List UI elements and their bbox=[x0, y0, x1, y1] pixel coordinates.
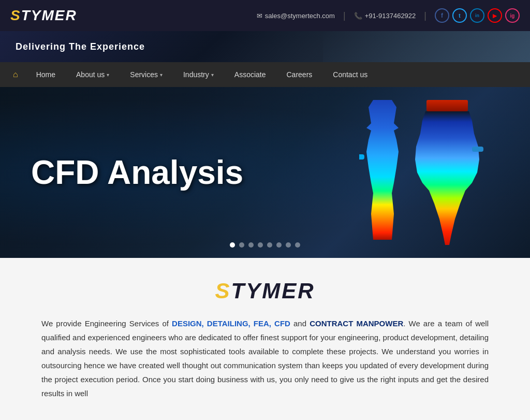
svg-rect-2 bbox=[472, 147, 483, 152]
facebook-icon[interactable]: f bbox=[435, 8, 449, 23]
services-arrow-icon: ▾ bbox=[160, 72, 163, 78]
email-contact[interactable]: ✉ sales@stymertech.com bbox=[257, 12, 335, 20]
linkedin-icon[interactable]: in bbox=[470, 8, 484, 23]
brand-logo-large: STYMER bbox=[41, 279, 489, 303]
divider2: | bbox=[424, 10, 426, 21]
nav-label-services: Services bbox=[130, 70, 158, 79]
hero-section: CFD Analysis bbox=[0, 87, 530, 258]
instagram-icon[interactable]: ig bbox=[505, 8, 520, 23]
nav-label-home: Home bbox=[36, 70, 55, 79]
twitter-icon[interactable]: t bbox=[452, 8, 467, 23]
hero-title: CFD Analysis bbox=[31, 154, 530, 191]
dot-6[interactable] bbox=[276, 242, 282, 248]
phone-number: +91-9137462922 bbox=[365, 12, 416, 20]
logo[interactable]: STYMER bbox=[10, 7, 77, 24]
dot-2[interactable] bbox=[239, 242, 244, 248]
banner-tagline: Delivering The Experience bbox=[16, 41, 145, 52]
desc-contract: CONTRACT MANPOWER bbox=[310, 319, 403, 328]
nav-item-careers[interactable]: Careers bbox=[276, 62, 323, 87]
desc-body: . We are a team of well qualified and ex… bbox=[41, 319, 489, 398]
phone-contact[interactable]: 📞 +91-9137462922 bbox=[354, 12, 416, 20]
brand-logo-s: S bbox=[215, 279, 231, 303]
dot-1[interactable] bbox=[230, 242, 235, 248]
banner-strip: Delivering The Experience bbox=[0, 31, 530, 62]
nav-label-associate: Associate bbox=[234, 70, 266, 79]
desc-services: DESIGN, DETAILING, FEA, CFD bbox=[172, 319, 290, 328]
email-address: sales@stymertech.com bbox=[265, 12, 335, 20]
nav-item-industry[interactable]: Industry ▾ bbox=[173, 62, 224, 87]
dot-7[interactable] bbox=[286, 242, 291, 248]
mail-icon: ✉ bbox=[257, 12, 262, 20]
logo-text: STYMER bbox=[10, 7, 77, 24]
phone-icon: 📞 bbox=[354, 12, 362, 20]
nav-label-industry: Industry bbox=[183, 70, 209, 79]
description-text: We provide Engineering Services of DESIG… bbox=[41, 316, 489, 400]
dot-8[interactable] bbox=[295, 242, 300, 248]
navbar: ⌂ Home About us ▾ Services ▾ Industry ▾ … bbox=[0, 62, 530, 87]
youtube-icon[interactable]: ▶ bbox=[488, 8, 502, 23]
about-section: STYMER We provide Engineering Services o… bbox=[0, 258, 530, 420]
nav-item-home[interactable]: Home bbox=[26, 62, 66, 87]
nav-item-about[interactable]: About us ▾ bbox=[66, 62, 120, 87]
divider: | bbox=[343, 10, 346, 21]
desc-and: and bbox=[290, 319, 310, 328]
about-arrow-icon: ▾ bbox=[107, 72, 109, 78]
nav-item-contact[interactable]: Contact us bbox=[322, 62, 378, 87]
dot-4[interactable] bbox=[258, 242, 263, 248]
brand-logo-section: STYMER bbox=[41, 279, 489, 303]
social-icons: f t in ▶ ig bbox=[435, 8, 520, 23]
hero-dots bbox=[230, 242, 300, 248]
home-icon[interactable]: ⌂ bbox=[5, 70, 26, 79]
svg-rect-1 bbox=[426, 100, 468, 111]
nav-item-services[interactable]: Services ▾ bbox=[120, 62, 173, 87]
dot-3[interactable] bbox=[248, 242, 254, 248]
nav-label-careers: Careers bbox=[287, 70, 313, 79]
nav-label-about: About us bbox=[76, 70, 105, 79]
contact-info: ✉ sales@stymertech.com | 📞 +91-913746292… bbox=[257, 8, 520, 23]
dot-5[interactable] bbox=[267, 242, 272, 248]
desc-intro: We provide Engineering Services of bbox=[41, 319, 172, 328]
industry-arrow-icon: ▾ bbox=[211, 72, 214, 78]
brand-logo-rest: TYMER bbox=[231, 279, 315, 303]
hero-content: CFD Analysis bbox=[0, 154, 530, 191]
top-header: STYMER ✉ sales@stymertech.com | 📞 +91-91… bbox=[0, 0, 530, 31]
nav-item-associate[interactable]: Associate bbox=[224, 62, 276, 87]
nav-label-contact: Contact us bbox=[333, 70, 367, 79]
